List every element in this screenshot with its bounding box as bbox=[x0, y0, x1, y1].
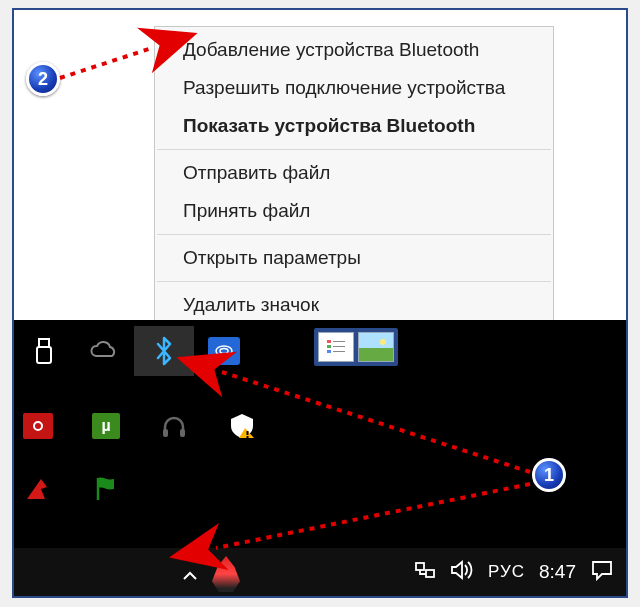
svg-rect-6 bbox=[327, 345, 331, 348]
svg-rect-15 bbox=[416, 563, 424, 570]
svg-point-10 bbox=[380, 339, 386, 345]
tray-icons-row-3 bbox=[16, 468, 128, 508]
security-warning-icon[interactable] bbox=[220, 406, 264, 446]
screen-recorder-icon[interactable] bbox=[16, 406, 60, 446]
list-view-icon bbox=[318, 332, 354, 362]
svg-rect-4 bbox=[327, 340, 331, 343]
menu-send-file[interactable]: Отправить файл bbox=[155, 154, 553, 192]
menu-add-bluetooth-device[interactable]: Добавление устройства Bluetooth bbox=[155, 31, 553, 69]
svg-rect-0 bbox=[39, 339, 49, 347]
menu-receive-file[interactable]: Принять файл bbox=[155, 192, 553, 230]
tray-icons-row bbox=[14, 326, 254, 376]
language-indicator[interactable]: РУС bbox=[488, 562, 525, 582]
menu-remove-icon[interactable]: Удалить значок bbox=[155, 286, 553, 324]
network-icon[interactable] bbox=[414, 559, 436, 586]
menu-allow-device-connect[interactable]: Разрешить подключение устройства bbox=[155, 69, 553, 107]
flag-icon[interactable] bbox=[84, 468, 128, 508]
svg-rect-16 bbox=[426, 570, 434, 577]
menu-separator bbox=[157, 281, 551, 282]
system-tray-flyout: µ bbox=[14, 320, 626, 548]
svg-rect-14 bbox=[247, 436, 249, 438]
screenshot-frame: Добавление устройства Bluetooth Разрешит… bbox=[12, 8, 628, 598]
menu-open-settings[interactable]: Открыть параметры bbox=[155, 239, 553, 277]
svg-point-3 bbox=[220, 349, 228, 354]
menu-show-bluetooth-devices[interactable]: Показать устройства Bluetooth bbox=[155, 107, 553, 145]
svg-rect-9 bbox=[333, 351, 345, 352]
tray-icons-row-2: µ bbox=[16, 406, 264, 446]
tray-chevron-icon[interactable] bbox=[182, 568, 198, 586]
volume-icon[interactable] bbox=[450, 559, 474, 586]
intel-graphics-icon[interactable] bbox=[194, 326, 254, 376]
headphones-icon[interactable] bbox=[152, 406, 196, 446]
annotation-badge-1: 1 bbox=[532, 458, 566, 492]
svg-rect-1 bbox=[37, 347, 51, 363]
svg-point-2 bbox=[216, 346, 232, 356]
svg-rect-12 bbox=[180, 429, 185, 437]
svg-rect-13 bbox=[247, 431, 249, 435]
photo-thumbnail-icon bbox=[358, 332, 394, 362]
svg-rect-7 bbox=[333, 346, 345, 347]
svg-rect-5 bbox=[333, 341, 345, 342]
onedrive-icon[interactable] bbox=[74, 326, 134, 376]
bluetooth-context-menu: Добавление устройства Bluetooth Разрешит… bbox=[154, 26, 554, 329]
bluetooth-icon[interactable] bbox=[134, 326, 194, 376]
taskbar: РУС 8:47 bbox=[14, 548, 626, 596]
usb-device-icon[interactable] bbox=[14, 326, 74, 376]
thumbnail-view-toggle[interactable] bbox=[314, 328, 398, 366]
escan-icon[interactable] bbox=[16, 468, 60, 508]
svg-rect-8 bbox=[327, 350, 331, 353]
menu-separator bbox=[157, 234, 551, 235]
svg-rect-11 bbox=[163, 429, 168, 437]
menu-separator bbox=[157, 149, 551, 150]
svg-line-17 bbox=[60, 48, 152, 78]
action-center-icon[interactable] bbox=[590, 559, 614, 586]
annotation-badge-2: 2 bbox=[26, 62, 60, 96]
clock[interactable]: 8:47 bbox=[539, 561, 576, 583]
utorrent-icon[interactable]: µ bbox=[84, 406, 128, 446]
flame-app-icon[interactable] bbox=[212, 556, 240, 592]
